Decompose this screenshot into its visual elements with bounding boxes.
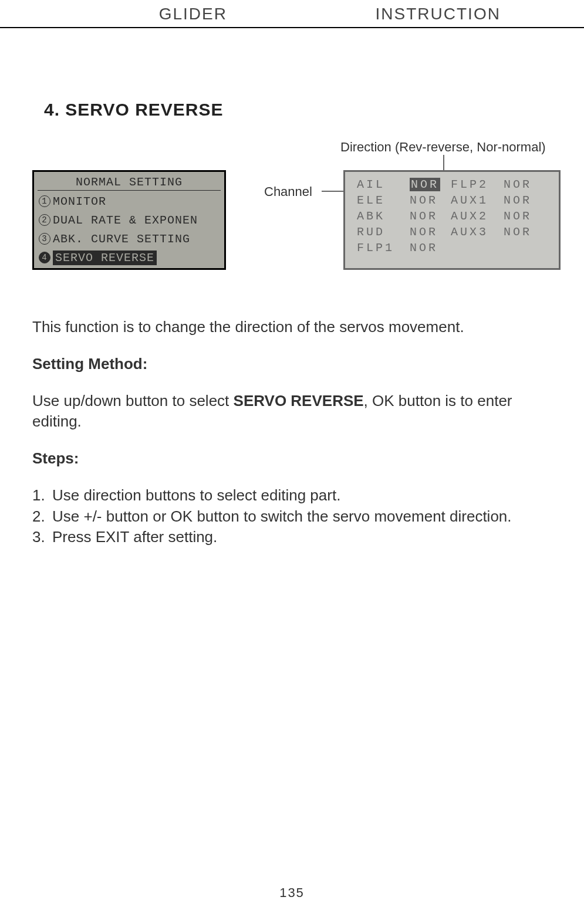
step-item: 1.Use direction buttons to select editin…: [32, 485, 552, 506]
servo-direction: NOR: [410, 225, 445, 239]
steps-list: 1.Use direction buttons to select editin…: [32, 485, 552, 547]
header-right: INSTRUCTION: [316, 0, 585, 27]
servo-channel: [451, 241, 498, 255]
servo-channel: AIL: [357, 178, 404, 191]
servo-direction: NOR: [410, 209, 445, 223]
lcd-menu-item-label: ABK. CURVE SETTING: [53, 232, 190, 246]
servo-direction: NOR: [504, 178, 539, 191]
annotation-channel: Channel: [264, 184, 312, 199]
servo-direction-selected: NOR: [410, 178, 445, 191]
body-text: This function is to change the direction…: [32, 317, 552, 547]
header-left: GLIDER: [0, 0, 316, 27]
page-number: 135: [0, 885, 584, 901]
lcd-menu-item: 1 MONITOR: [39, 193, 224, 209]
steps-heading: Steps:: [32, 448, 552, 469]
servo-channel: AUX3: [451, 225, 498, 239]
servo-direction: NOR: [504, 194, 539, 207]
lcd-menu-item-number: 2: [39, 214, 50, 226]
servo-channel: ABK: [357, 209, 404, 223]
servo-channel: FLP2: [451, 178, 498, 191]
lcd-menu-item-number: 3: [39, 233, 50, 245]
lcd-menu-item-label: DUAL RATE & EXPONEN: [53, 214, 198, 227]
setting-method-text: Use up/down button to select SERVO REVER…: [32, 391, 552, 432]
lcd-menu-item: 2 DUAL RATE & EXPONEN: [39, 212, 224, 228]
servo-direction: NOR: [410, 241, 445, 255]
lcd-menu-screenshot: NORMAL SETTING 1 MONITOR 2 DUAL RATE & E…: [32, 170, 226, 270]
lcd-menu-title: NORMAL SETTING: [34, 175, 224, 189]
servo-direction: NOR: [504, 225, 539, 239]
lcd-menu-item-label: MONITOR: [53, 195, 106, 208]
servo-direction: NOR: [410, 194, 445, 207]
lcd-menu-item-selected: 4 SERVO REVERSE: [39, 249, 224, 266]
section-title: 4. SERVO REVERSE: [44, 100, 224, 120]
servo-channel: ELE: [357, 194, 404, 207]
page-header: GLIDER INSTRUCTION: [0, 0, 584, 28]
setting-method-heading: Setting Method:: [32, 354, 552, 374]
servo-channel: AUX2: [451, 209, 498, 223]
servo-direction: NOR: [504, 209, 539, 223]
servo-channel: RUD: [357, 225, 404, 239]
lcd-menu-item-number: 4: [39, 252, 50, 263]
step-item: 3.Press EXIT after setting.: [32, 527, 552, 547]
intro-paragraph: This function is to change the direction…: [32, 317, 552, 337]
servo-channel: AUX1: [451, 194, 498, 207]
lcd-menu-item-number: 1: [39, 195, 50, 207]
servo-channel: FLP1: [357, 241, 404, 255]
lcd-menu-item-label: SERVO REVERSE: [53, 251, 157, 265]
annotation-direction: Direction (Rev-reverse, Nor-normal): [340, 140, 546, 155]
lcd-menu-item: 3 ABK. CURVE SETTING: [39, 231, 224, 247]
servo-direction: [504, 241, 539, 255]
step-item: 2.Use +/- button or OK button to switch …: [32, 506, 552, 527]
lcd-servo-screenshot: AIL NOR FLP2 NOR ELE NOR AUX1 NOR ABK NO…: [343, 170, 561, 270]
